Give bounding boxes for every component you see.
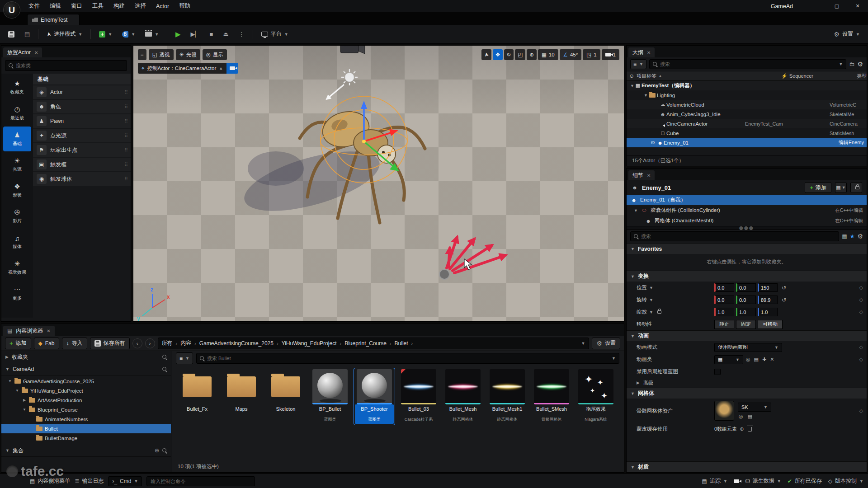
lock-icon[interactable] [657, 310, 661, 314]
viewport-menu-button[interactable]: ≡ [138, 49, 146, 60]
console-command-box[interactable] [146, 476, 255, 486]
console-command-input[interactable] [151, 479, 251, 484]
details-tab[interactable]: 细节 ✕ [628, 170, 655, 180]
mesh-section-header[interactable]: ▼网格体 [627, 388, 867, 399]
pilot-actor-label-wrap[interactable]: ⌖ 控制Actor：CineCameraActor ▲ [138, 63, 226, 74]
tree-item-bullet[interactable]: Bullet [1, 424, 171, 433]
component-splitter[interactable]: ⬤⬤⬤ [627, 226, 867, 230]
breadcrumb-course[interactable]: GameAdvertisingCourse_2025 [199, 340, 274, 347]
unreal-engine-logo[interactable]: U [3, 1, 20, 19]
outliner-filter-button[interactable]: ≡▼ [630, 59, 646, 69]
blueprints-dropdown[interactable]: B▼ [118, 28, 139, 41]
chevron-down-icon[interactable]: ▼ [839, 62, 843, 66]
cine-camera-actor[interactable] [340, 46, 365, 54]
asset-bullet-mesh1[interactable]: Bullet_Mesh1静态网格体 [487, 368, 528, 425]
select-tool-button[interactable]: ➤ [481, 49, 491, 60]
use-selected-icon[interactable]: ◎ [738, 413, 744, 419]
tree-item-animatednumbers[interactable]: AnimatedNumbers [1, 414, 171, 424]
place-item-trigger-sphere[interactable]: ◉触发球体⠿ [33, 172, 131, 186]
world-local-toggle[interactable]: ⊕ [527, 49, 537, 60]
save-button[interactable] [5, 28, 18, 41]
category-more[interactable]: ⋯更多 [3, 281, 31, 306]
revert-diamond-icon[interactable]: ◇ [859, 309, 863, 315]
component-row-capsule[interactable]: ▼ ⬭ 胶囊体组件 (CollisionCylinder) 在C++中编辑 [627, 205, 867, 216]
category-recent[interactable]: ◷最近放 [3, 101, 31, 126]
mobility-movable-button[interactable]: 可移动 [758, 320, 783, 329]
drag-handle[interactable]: ⠿ [124, 133, 127, 139]
search-icon[interactable] [162, 355, 167, 359]
view-mode-dropdown[interactable]: ☀光照 [176, 49, 200, 60]
rotation-label[interactable]: 旋转▼ [637, 296, 712, 303]
project-root-header[interactable]: ▼ GameAd [1, 363, 171, 375]
filter-button[interactable]: ≡▼ [176, 352, 193, 364]
component-row-mesh[interactable]: ☻ 网格体 (CharacterMesh0) 在C++中编辑 [627, 216, 867, 226]
scale-z-field[interactable]: 1.0 [758, 308, 778, 316]
skeletal-mesh-dropdown[interactable]: SK▼ [738, 403, 771, 412]
derived-data-dropdown[interactable]: ⛁派生数据▼ [745, 477, 781, 485]
perspective-dropdown[interactable]: ◱透视 [149, 49, 174, 60]
new-folder-icon[interactable]: 🗀 [849, 61, 854, 67]
fab-button[interactable]: ◆Fab [34, 338, 59, 349]
transform-section-header[interactable]: ▼变换 [627, 271, 867, 282]
favorites-section-header[interactable]: ▼Favorites [627, 243, 867, 254]
component-row-self[interactable]: ☻ Enemy_01（自我） [627, 195, 867, 205]
display-filter-icon[interactable]: ▦ [842, 233, 847, 239]
trash-icon[interactable] [748, 427, 752, 432]
menu-help[interactable]: 帮助 [174, 0, 195, 12]
breadcrumb-bullet[interactable]: Bullet [395, 340, 408, 347]
category-cinematic[interactable]: ✇影片 [3, 204, 31, 229]
drag-handle[interactable]: ⠿ [124, 118, 127, 124]
scale-label[interactable]: 缩放▼ [637, 309, 712, 315]
level-viewport[interactable]: z x y ≡ ◱透视 ☀光照 ◎显示 ➤ ✥ ↻ ◰ ⊕ ▦10 ∠45° ◳… [133, 45, 624, 322]
details-lock-button[interactable] [850, 182, 862, 193]
tree-item-bulletdamage[interactable]: BulletDamage [1, 433, 171, 443]
close-icon[interactable]: ✕ [647, 50, 651, 55]
cinematics-dropdown[interactable]: ▼ [142, 28, 162, 41]
breadcrumb-blueprint-course[interactable]: Blueprint_Course [344, 340, 387, 347]
play-button[interactable]: ▶ [172, 28, 184, 41]
gizmo-z-arrow[interactable] [361, 101, 367, 109]
close-icon[interactable]: ✕ [647, 173, 651, 178]
eye-icon[interactable]: ⊙ [649, 140, 656, 145]
menu-edit[interactable]: 编辑 [45, 0, 66, 12]
reset-icon[interactable]: ↺ [782, 297, 786, 303]
asset-search-input[interactable] [207, 356, 609, 361]
category-lights[interactable]: ☀光源 [3, 152, 31, 177]
category-visual-effects[interactable]: ✳视觉效果 [3, 255, 31, 280]
camera-speed-control[interactable]: 1 [602, 49, 619, 60]
outliner-row-volumetriccloud[interactable]: ☁VolumetricCloud VolumetricC [627, 100, 867, 109]
add-icon[interactable]: ✚ [761, 357, 767, 362]
import-button[interactable]: ↓导入 [62, 338, 87, 349]
frame-skip-button[interactable]: ▶▏ [187, 28, 203, 41]
close-button[interactable]: ✕ [847, 0, 868, 12]
place-item-point-light[interactable]: ✦点光源⠿ [33, 129, 131, 142]
details-search-input[interactable] [641, 234, 835, 239]
collections-header[interactable]: ▼ 集合 ⊕ [1, 445, 171, 457]
asset-folder-bullet-fx[interactable]: Bullet_Fx [177, 368, 217, 414]
asset-folder-skeleton[interactable]: Skeleton [265, 368, 306, 414]
forward-button[interactable]: › [145, 338, 155, 348]
gear-icon[interactable]: ⚙ [857, 61, 863, 68]
chevron-down-icon[interactable]: ▼ [612, 356, 616, 361]
place-item-trigger-box[interactable]: ▣触发框⠿ [33, 158, 131, 171]
add-component-button[interactable]: +添加 [805, 182, 831, 193]
tree-item-blueprint-course[interactable]: ▼Blueprint_Course [1, 405, 171, 414]
category-media[interactable]: ♫媒体 [3, 230, 31, 254]
asset-folder-maps[interactable]: Maps [221, 368, 262, 414]
maximize-button[interactable]: ▢ [826, 0, 847, 12]
browse-icon[interactable]: ▤ [747, 413, 753, 419]
menu-actor[interactable]: Actor [151, 0, 174, 12]
add-actor-dropdown[interactable]: +▼ [95, 28, 116, 41]
scale-x-field[interactable]: 1.0 [714, 308, 734, 316]
favorites-header[interactable]: ▶ 收藏夹 [1, 351, 171, 363]
revert-diamond-icon[interactable]: ◇ [859, 297, 863, 303]
menu-select[interactable]: 选择 [130, 0, 151, 12]
cpp-edit-link[interactable]: 在C++中编辑 [835, 207, 863, 214]
close-icon[interactable]: ✕ [47, 328, 50, 333]
outliner-row-lighting[interactable]: ▼Lighting [627, 90, 867, 100]
drag-handle[interactable]: ⠿ [124, 147, 127, 153]
drag-handle[interactable]: ⠿ [124, 162, 127, 168]
revert-diamond-icon[interactable]: ◇ [859, 408, 863, 414]
place-item-pawn[interactable]: ♟Pawn⠿ [33, 114, 131, 128]
mobility-static-button[interactable]: 静止 [714, 320, 734, 329]
